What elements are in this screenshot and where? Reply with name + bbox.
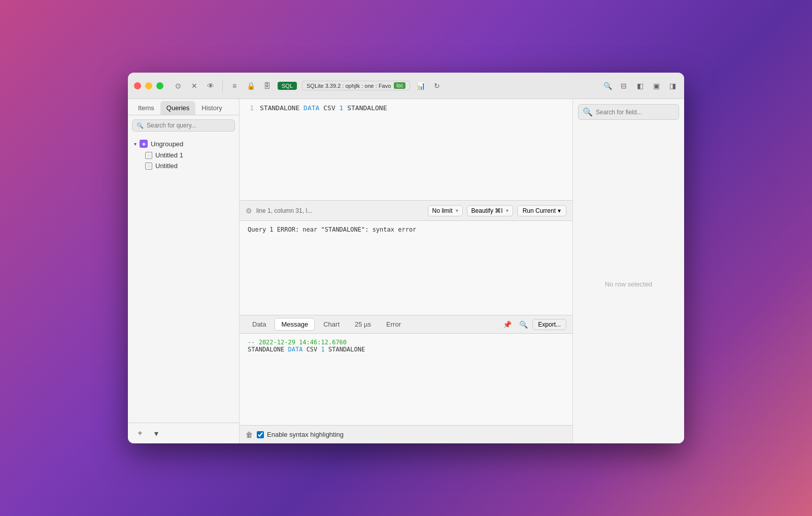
- run-current-button[interactable]: Run Current ▾: [517, 205, 566, 216]
- syntax-highlight-label[interactable]: Enable syntax highlighting: [257, 431, 344, 438]
- expand-arrow-icon: ▾: [134, 141, 137, 147]
- document-icon: □: [145, 163, 152, 170]
- sql-content: STANDALONE DATA CSV 1 STANDALONE: [260, 104, 387, 112]
- right-panel-content: No row selected: [573, 125, 684, 443]
- tab-error[interactable]: Error: [380, 318, 408, 331]
- add-button[interactable]: +: [134, 427, 146, 439]
- document-icon: □: [145, 152, 152, 159]
- result-csv: CSV: [307, 346, 321, 353]
- sidebar-tabs: Items Queries History: [128, 99, 239, 115]
- gear-icon[interactable]: ⚙: [246, 207, 252, 215]
- layout-left-icon[interactable]: ◧: [634, 80, 646, 91]
- sidebar: Items Queries History 🔍 ▾ ◉ Ungrouped □: [128, 99, 240, 443]
- sql-keyword-standalone2: STANDALONE: [347, 104, 387, 112]
- traffic-lights: [134, 82, 163, 89]
- error-message: Query 1 ERROR: near "STANDALONE": syntax…: [248, 226, 416, 233]
- bottom-bar: 🗑 Enable syntax highlighting: [240, 425, 572, 443]
- search-icon[interactable]: 🔍: [602, 80, 613, 91]
- search-results-button[interactable]: 🔍: [516, 317, 530, 332]
- sidebar-search-box[interactable]: 🔍: [132, 119, 235, 132]
- list-item[interactable]: □ Untitled 1: [128, 150, 239, 160]
- chart-icon[interactable]: 📊: [415, 80, 426, 91]
- item-label: Untitled 1: [155, 151, 183, 159]
- folder-icon: ◉: [140, 140, 148, 148]
- pin-button[interactable]: 📌: [500, 317, 514, 332]
- tab-chart[interactable]: Chart: [317, 318, 346, 331]
- separator: [222, 80, 223, 92]
- editor-area: 1 STANDALONE DATA CSV 1 STANDALONE ⚙ lin…: [240, 99, 572, 443]
- search-icon: 🔍: [519, 320, 528, 329]
- refresh-icon[interactable]: ↻: [431, 80, 443, 91]
- sql-number: 1: [340, 104, 344, 112]
- sql-editor[interactable]: 1 STANDALONE DATA CSV 1 STANDALONE: [240, 99, 572, 201]
- group-label: Ungrouped: [151, 140, 183, 148]
- result-query-line: STANDALONE DATA CSV 1 STANDALONE: [248, 346, 564, 353]
- limit-label: No limit: [432, 207, 453, 214]
- sql-badge: SQL: [278, 82, 297, 90]
- line-number: 1: [248, 104, 254, 112]
- editor-line: 1 STANDALONE DATA CSV 1 STANDALONE: [248, 104, 564, 112]
- chevron-down-icon: ▾: [558, 207, 561, 214]
- result-data-keyword: DATA: [288, 346, 302, 353]
- sidebar-tab-items[interactable]: Items: [132, 101, 160, 115]
- close-button[interactable]: [134, 82, 141, 89]
- maximize-button[interactable]: [156, 82, 163, 89]
- ioc-badge: loc: [394, 82, 405, 89]
- timestamp-text: -- 2022-12-29 14:46:12.6760: [248, 339, 347, 346]
- db-icon[interactable]: 🗄: [261, 80, 273, 91]
- sidebar-tab-queries[interactable]: Queries: [160, 101, 196, 115]
- syntax-highlight-checkbox[interactable]: [257, 431, 264, 438]
- eye-icon[interactable]: 👁: [205, 80, 216, 91]
- search-icon: 🔍: [583, 107, 593, 117]
- beautify-select[interactable]: Beautify ⌘I ▾: [467, 205, 513, 216]
- lock-icon[interactable]: 🔒: [245, 80, 256, 91]
- view-icon[interactable]: ⊟: [618, 80, 629, 91]
- dropdown-button[interactable]: ▾: [150, 427, 162, 439]
- db-info-badge[interactable]: SQLite 3.39.2 : ophjlk : one : Favo loc: [302, 81, 410, 90]
- right-panel: 🔍 No row selected: [572, 99, 684, 443]
- beautify-label: Beautify ⌘I: [471, 207, 503, 214]
- syntax-highlight-text: Enable syntax highlighting: [267, 431, 344, 438]
- close-tab-icon[interactable]: ✕: [189, 80, 200, 91]
- tab-timing[interactable]: 25 µs: [348, 318, 378, 331]
- search-icon-small: 🔍: [137, 122, 144, 129]
- minimize-button[interactable]: [145, 82, 152, 89]
- result-standalone1: STANDALONE: [248, 346, 288, 353]
- right-search-box[interactable]: 🔍: [578, 104, 679, 120]
- tree-group-ungrouped[interactable]: ▾ ◉ Ungrouped: [128, 138, 239, 150]
- chevron-down-icon: ▾: [506, 208, 509, 213]
- list-icon[interactable]: ≡: [229, 80, 240, 91]
- item-label: Untitled: [155, 162, 178, 170]
- db-info-text: SQLite 3.39.2 : ophjlk : one : Favo: [307, 83, 391, 89]
- run-label: Run Current: [523, 207, 556, 214]
- field-search-input[interactable]: [596, 109, 674, 116]
- main-window: ⊙ ✕ 👁 ≡ 🔒 🗄 SQL SQLite 3.39.2 : ophjlk :…: [128, 73, 684, 443]
- layout-right-icon[interactable]: ◨: [667, 80, 678, 91]
- editor-toolbar: ⚙ line 1, column 31, l... No limit ▾ Bea…: [240, 201, 572, 221]
- layout-center-icon[interactable]: ▣: [651, 80, 662, 91]
- tab-data[interactable]: Data: [246, 318, 273, 331]
- results-content: -- 2022-12-29 14:46:12.6760 STANDALONE D…: [240, 334, 572, 425]
- main-content: Items Queries History 🔍 ▾ ◉ Ungrouped □: [128, 99, 684, 443]
- chevron-down-icon: ▾: [456, 208, 458, 213]
- sidebar-search-input[interactable]: [147, 122, 230, 129]
- trash-icon[interactable]: 🗑: [246, 431, 253, 439]
- pin-icon: 📌: [503, 320, 512, 329]
- results-tabs: Data Message Chart 25 µs Error 📌 🔍 Expor…: [240, 315, 572, 334]
- no-row-selected-text: No row selected: [605, 280, 652, 288]
- export-button[interactable]: Export...: [532, 319, 566, 330]
- tab-message[interactable]: Message: [275, 318, 315, 331]
- nav-back-icon[interactable]: ⊙: [173, 80, 184, 91]
- cursor-info: line 1, column 31, l...: [256, 207, 424, 214]
- right-panel-search: 🔍: [573, 99, 684, 125]
- titlebar: ⊙ ✕ 👁 ≡ 🔒 🗄 SQL SQLite 3.39.2 : ophjlk :…: [128, 73, 684, 99]
- sql-keyword-standalone: STANDALONE: [260, 104, 303, 112]
- limit-select[interactable]: No limit ▾: [428, 205, 463, 216]
- result-standalone2: STANDALONE: [328, 346, 365, 353]
- sidebar-tree: ▾ ◉ Ungrouped □ Untitled 1 □ Untitled: [128, 136, 239, 423]
- result-timestamp: -- 2022-12-29 14:46:12.6760: [248, 339, 564, 346]
- error-area: Query 1 ERROR: near "STANDALONE": syntax…: [240, 221, 572, 315]
- sidebar-search-area: 🔍: [128, 115, 239, 136]
- list-item[interactable]: □ Untitled: [128, 160, 239, 171]
- sidebar-tab-history[interactable]: History: [195, 101, 228, 115]
